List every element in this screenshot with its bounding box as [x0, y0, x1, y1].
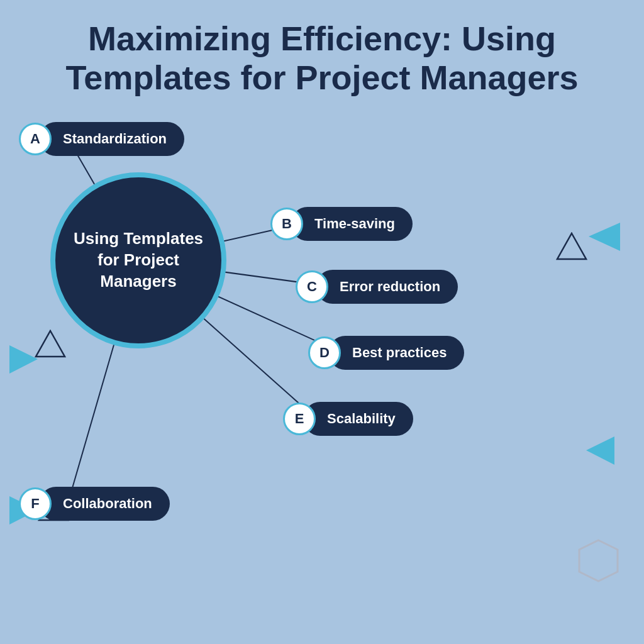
label-f: Collaboration — [39, 487, 170, 521]
svg-marker-10 — [586, 436, 614, 465]
badge-f: F — [19, 487, 52, 520]
title-area: Maximizing Efficiency: Using Templates f… — [0, 0, 644, 109]
deco-triangle-outline-left — [35, 330, 66, 358]
deco-triangle-outline-top-right — [556, 232, 587, 260]
pill-item-e: E Scalability — [283, 402, 413, 436]
badge-b: B — [270, 208, 303, 240]
badge-c: C — [296, 270, 328, 303]
deco-triangle-right — [583, 433, 618, 468]
main-title: Maximizing Efficiency: Using Templates f… — [38, 19, 606, 97]
label-c: Error reduction — [316, 270, 458, 304]
svg-marker-13 — [579, 540, 618, 581]
page: Maximizing Efficiency: Using Templates f… — [0, 0, 644, 644]
label-d: Best practices — [328, 336, 464, 370]
badge-a: A — [19, 123, 52, 155]
badge-e: E — [283, 402, 316, 435]
central-circle: Using Templatesfor ProjectManagers — [50, 172, 226, 348]
pill-item-a: A Standardization — [19, 122, 184, 156]
diagram-area: Using Templatesfor ProjectManagers A Sta… — [0, 109, 644, 600]
deco-triangle-top-right — [586, 219, 620, 254]
pill-item-c: C Error reduction — [296, 270, 458, 304]
pill-item-b: B Time-saving — [270, 207, 413, 241]
svg-marker-6 — [589, 223, 620, 251]
svg-marker-9 — [36, 331, 65, 357]
label-a: Standardization — [39, 122, 184, 156]
svg-marker-7 — [557, 233, 586, 259]
pill-item-d: D Best practices — [308, 336, 464, 370]
label-e: Scalability — [303, 402, 413, 436]
deco-hexagon — [575, 537, 622, 584]
badge-d: D — [308, 336, 341, 369]
svg-marker-8 — [9, 345, 38, 374]
pill-item-f: F Collaboration — [19, 487, 170, 521]
label-b: Time-saving — [291, 207, 413, 241]
central-circle-text: Using Templatesfor ProjectManagers — [67, 222, 209, 298]
